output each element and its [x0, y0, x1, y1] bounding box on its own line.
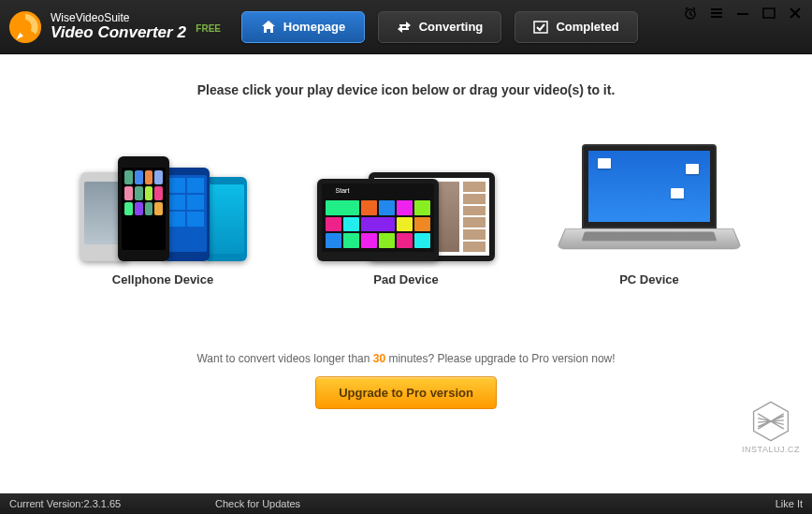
- status-bar: Current Version:2.3.1.65 Check for Updat…: [0, 493, 812, 514]
- device-grid: Cellphone Device Start Pad Device: [0, 140, 812, 286]
- device-cellphone[interactable]: Cellphone Device: [74, 140, 252, 286]
- alarm-icon[interactable]: [683, 6, 698, 21]
- completed-icon: [533, 20, 548, 35]
- home-icon: [261, 20, 276, 35]
- tab-completed[interactable]: Completed: [515, 11, 638, 43]
- svg-rect-4: [737, 13, 748, 15]
- converting-icon: [397, 20, 412, 35]
- device-label: Pad Device: [373, 272, 438, 286]
- like-it-link[interactable]: Like It: [776, 498, 803, 509]
- product-name: Video Converter 2: [51, 23, 186, 41]
- watermark: INSTALUJ.CZ: [737, 400, 805, 467]
- cellphone-illustration: [74, 140, 252, 261]
- pc-illustration: [560, 140, 738, 261]
- menu-icon[interactable]: [709, 6, 724, 21]
- upgrade-button[interactable]: Upgrade to Pro version: [315, 376, 497, 409]
- app-logo-icon: [7, 9, 43, 45]
- window-controls: [683, 6, 803, 21]
- upgrade-area: Want to convert videos longer than 30 mi…: [0, 352, 812, 409]
- title-bar: WiseVideoSuite Video Converter 2 FREE Ho…: [0, 0, 812, 54]
- tab-converting[interactable]: Converting: [378, 11, 501, 43]
- main-tabs: Homepage Converting Completed: [241, 11, 638, 43]
- maximize-icon[interactable]: [761, 6, 776, 21]
- device-pad[interactable]: Start Pad Device: [317, 140, 495, 286]
- device-label: PC Device: [619, 272, 679, 286]
- close-icon[interactable]: [788, 6, 803, 21]
- main-content: Please click your play device icon below…: [0, 54, 812, 493]
- tab-label: Homepage: [283, 20, 345, 34]
- tab-label: Converting: [419, 20, 484, 34]
- pad-illustration: Start: [317, 140, 495, 261]
- minimize-icon[interactable]: [735, 6, 750, 21]
- device-label: Cellphone Device: [112, 272, 213, 286]
- tab-homepage[interactable]: Homepage: [241, 11, 365, 43]
- instruction-text: Please click your play device icon below…: [0, 82, 812, 97]
- version-info: Current Version:2.3.1.65: [9, 498, 215, 509]
- check-updates-link[interactable]: Check for Updates: [215, 498, 300, 509]
- device-pc[interactable]: PC Device: [560, 140, 738, 286]
- free-badge: FREE: [196, 23, 221, 34]
- svg-rect-5: [763, 8, 775, 18]
- upgrade-text: Want to convert videos longer than 30 mi…: [0, 352, 812, 365]
- tab-label: Completed: [556, 20, 618, 34]
- svg-rect-2: [534, 22, 547, 33]
- logo-area: WiseVideoSuite Video Converter 2 FREE: [7, 9, 241, 45]
